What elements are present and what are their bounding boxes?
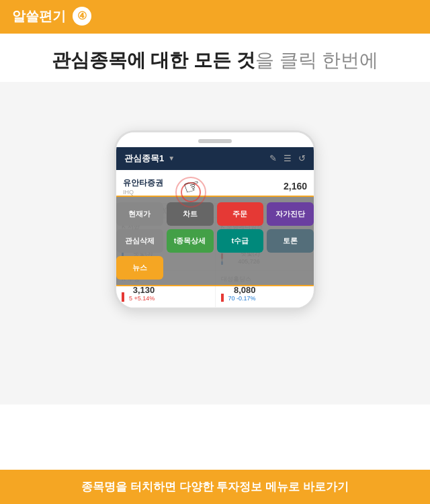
app-header-icons: ✎ ☰ ↺ — [269, 153, 306, 163]
first-stock-right: 2,160 — [284, 181, 307, 192]
headline-text: 관심종목에 대한 모든 것을 클릭 한번에 — [13, 48, 417, 73]
btn-remove-watchlist[interactable]: 관심삭제 — [116, 229, 163, 253]
btn-supply-demand[interactable]: t수급 — [217, 229, 264, 253]
app-header-title: 관심종목1 ▼ — [124, 153, 175, 165]
btn-discussion[interactable]: 토론 — [267, 229, 314, 253]
bubang-change: 5 +5.14% — [129, 295, 155, 302]
content-area: 관심종목1 ▼ ✎ ☰ ↺ 유안타증권 IHQ 2,160 ☞ — [0, 82, 430, 405]
bubang-price: 3,130 — [129, 285, 155, 295]
btn-current-price[interactable]: 현재가 — [116, 202, 163, 226]
bottom-banner: 종목명을 터치하면 다양한 투자정보 메뉴로 바로가기 — [0, 470, 430, 504]
dropdown-arrow-icon: ▼ — [168, 155, 175, 162]
first-stock-left: 유안타증권 IHQ — [123, 177, 163, 196]
daesung-price: 8,080 — [228, 285, 256, 295]
tip-label: 알쓸편기 — [12, 7, 66, 26]
phone-speaker — [198, 139, 232, 143]
btn-news[interactable]: 뉴스 — [116, 256, 163, 280]
popup-menu: 현재가 차트 주문 자가진단 관심삭제 t종목상세 t수급 토론 뉴스 — [114, 196, 316, 286]
bottom-banner-text: 종목명을 터치하면 다양한 투자정보 메뉴로 바로가기 — [81, 480, 349, 493]
btn-self-diagnosis[interactable]: 자가진단 — [267, 202, 314, 226]
phone-mockup: 관심종목1 ▼ ✎ ☰ ↺ 유안타증권 IHQ 2,160 ☞ — [114, 130, 316, 310]
first-stock-row: 유안타증권 IHQ 2,160 ☞ 현재가 차트 주문 자가진단 관심삭제 t종… — [116, 170, 314, 204]
popup-grid: 현재가 차트 주문 자가진단 관심삭제 t종목상세 t수급 토론 뉴스 — [116, 202, 314, 280]
edit-icon[interactable]: ✎ — [269, 153, 277, 163]
daesung-change: 70 -0.17% — [228, 295, 256, 302]
btn-order[interactable]: 주문 — [217, 202, 264, 226]
grid-icon[interactable]: ☰ — [284, 153, 292, 163]
headline-light: 을 클릭 한번에 — [255, 50, 379, 71]
first-stock-price: 2,160 — [284, 181, 307, 192]
app-header: 관심종목1 ▼ ✎ ☰ ↺ — [116, 147, 314, 170]
top-banner: 알쓸편기④ — [0, 0, 430, 34]
first-stock-code: IHQ — [123, 189, 163, 196]
refresh-icon[interactable]: ↺ — [298, 153, 306, 163]
btn-stock-detail[interactable]: t종목상세 — [167, 229, 214, 253]
first-stock-name: 유안타증권 — [123, 177, 163, 189]
tip-number: ④ — [73, 7, 91, 26]
phone-top-bar — [116, 132, 314, 147]
headline-bold: 관심종목에 대한 모든 것 — [52, 50, 255, 71]
headline-area: 관심종목에 대한 모든 것을 클릭 한번에 — [0, 34, 430, 82]
watchlist-title: 관심종목1 — [124, 153, 164, 165]
